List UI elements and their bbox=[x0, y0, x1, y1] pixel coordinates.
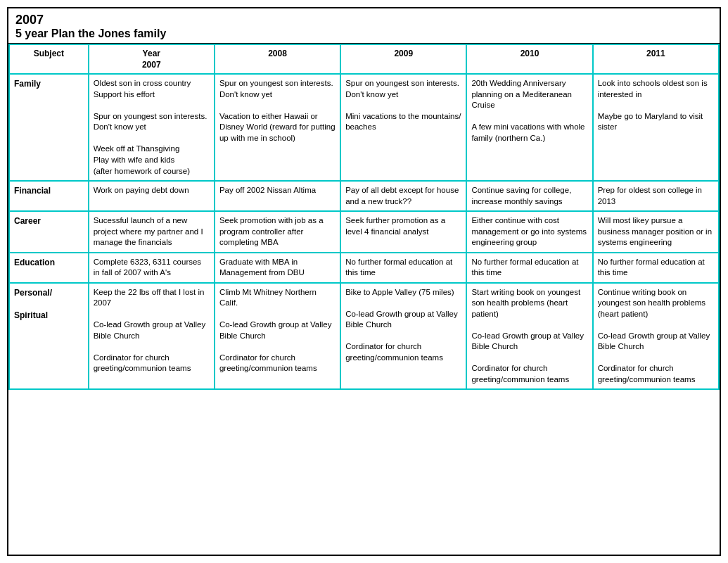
cell-row0-col0: Oldest son in cross country Support his … bbox=[89, 74, 215, 181]
year-label-2007: Year2007 bbox=[142, 49, 161, 70]
subject-cell-0: Family bbox=[9, 74, 89, 181]
year-label-2010: 2010 bbox=[521, 49, 539, 58]
subject-cell-1: Financial bbox=[9, 181, 89, 211]
cell-row3-col1: Graduate with MBA in Management from DBU bbox=[215, 253, 340, 283]
subject-header: Subject bbox=[9, 44, 89, 74]
table-row: FinancialWork on paying debt downPay off… bbox=[9, 181, 719, 211]
cell-row3-col4: No further formal education at this time bbox=[593, 253, 719, 283]
year-header-2011: 2011 bbox=[593, 44, 719, 74]
year-label-2009: 2009 bbox=[394, 49, 413, 58]
table-row: EducationComplete 6323, 6311 courses in … bbox=[9, 253, 719, 283]
page-header: 2007 5 year Plan the Jones family bbox=[8, 8, 720, 44]
page-title: 2007 bbox=[15, 13, 713, 27]
cell-row3-col2: No further formal education at this time bbox=[340, 253, 466, 283]
cell-row2-col4: Will most likey pursue a business manage… bbox=[593, 211, 719, 253]
cell-row0-col4: Look into schools oldest son is interest… bbox=[593, 74, 719, 181]
cell-row2-col0: Sucessful launch of a new project where … bbox=[89, 211, 215, 253]
cell-row4-col0: Keep the 22 lbs off that I lost in 2007 … bbox=[89, 283, 215, 390]
subject-cell-3: Education bbox=[9, 253, 89, 283]
cell-row4-col4: Continue writing book on youngest son he… bbox=[593, 283, 719, 390]
table-row: CareerSucessful launch of a new project … bbox=[9, 211, 719, 253]
cell-row1-col3: Continue saving for college, increase mo… bbox=[466, 181, 592, 211]
cell-row1-col0: Work on paying debt down bbox=[89, 181, 215, 211]
table-row: Personal/ SpiritualKeep the 22 lbs off t… bbox=[9, 283, 719, 390]
cell-row4-col1: Climb Mt Whitney Northern Calif. Co-lead… bbox=[215, 283, 340, 390]
cell-row1-col4: Prep for oldest son college in 2013 bbox=[593, 181, 719, 211]
plan-table: Subject Year2007 2008 2009 2010 2011 bbox=[8, 44, 720, 390]
page-subtitle: 5 year Plan the Jones family bbox=[15, 27, 713, 40]
cell-row3-col0: Complete 6323, 6311 courses in fall of 2… bbox=[89, 253, 215, 283]
table-row: FamilyOldest son in cross country Suppor… bbox=[9, 74, 719, 181]
cell-row1-col2: Pay of all debt except for house and a n… bbox=[340, 181, 466, 211]
year-header-2008: 2008 bbox=[215, 44, 340, 74]
year-label-2008: 2008 bbox=[268, 49, 287, 58]
cell-row2-col2: Seek further promotion as a level 4 fina… bbox=[340, 211, 466, 253]
header-row: Subject Year2007 2008 2009 2010 2011 bbox=[9, 44, 719, 74]
cell-row0-col1: Spur on youngest son interests. Don't kn… bbox=[215, 74, 340, 181]
cell-row4-col2: Bike to Apple Valley (75 miles) Co-lead … bbox=[340, 283, 466, 390]
cell-row2-col3: Either continue with cost management or … bbox=[466, 211, 592, 253]
year-header-2009: 2009 bbox=[340, 44, 466, 74]
year-label-2011: 2011 bbox=[646, 49, 665, 58]
cell-row2-col1: Seek promotion with job as a program con… bbox=[215, 211, 340, 253]
page-container: 2007 5 year Plan the Jones family Subjec… bbox=[7, 7, 721, 556]
subject-label: Subject bbox=[34, 49, 64, 58]
year-header-2010: 2010 bbox=[466, 44, 592, 74]
cell-row4-col3: Start writing book on youngest son healt… bbox=[466, 283, 592, 390]
cell-row0-col2: Spur on youngest son interests. Don't kn… bbox=[340, 74, 466, 181]
cell-row3-col3: No further formal education at this time bbox=[466, 253, 592, 283]
subject-cell-4: Personal/ Spiritual bbox=[9, 283, 89, 390]
cell-row0-col3: 20th Wedding Anniversary planning on a M… bbox=[466, 74, 592, 181]
subject-cell-2: Career bbox=[9, 211, 89, 253]
cell-row1-col1: Pay off 2002 Nissan Altima bbox=[215, 181, 340, 211]
year-header-2007: Year2007 bbox=[89, 44, 215, 74]
